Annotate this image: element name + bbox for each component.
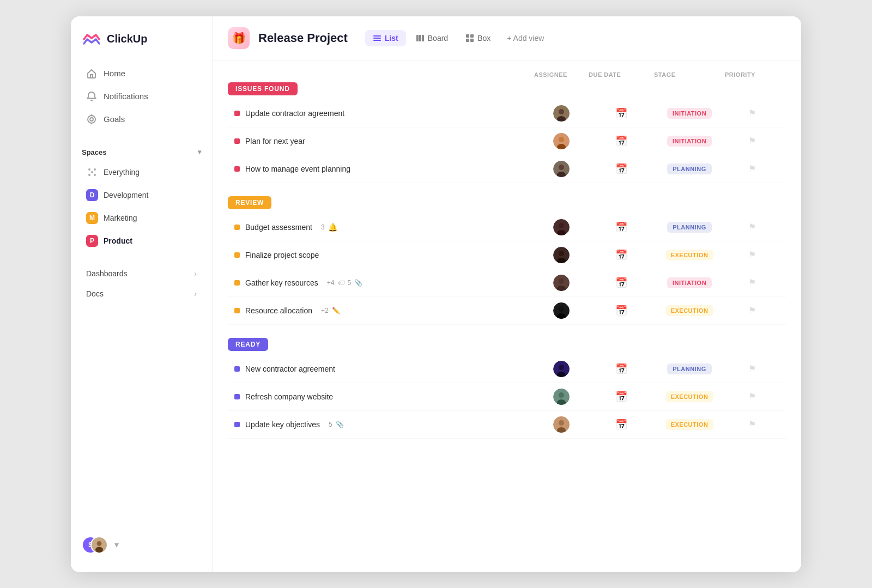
flag-icon: ⚑	[748, 391, 756, 402]
stage-cell: EXECUTION	[654, 250, 725, 260]
task-extras: 3 🔔	[321, 223, 337, 232]
task-name-cell: Budget assessment 3 🔔	[234, 223, 534, 232]
svg-point-32	[559, 223, 564, 228]
table-row[interactable]: Gather key resources +4 🏷 5 📎	[228, 269, 786, 297]
nav-goals-label: Goals	[104, 114, 125, 124]
home-icon	[86, 68, 97, 79]
group-header-review[interactable]: REVIEW	[228, 196, 271, 209]
flag-icon: ⚑	[748, 363, 756, 374]
table-row[interactable]: Finalize project scope 📅 EXECUTION	[228, 241, 786, 269]
due-date-cell[interactable]: 📅	[589, 363, 654, 375]
group-header-issues-found[interactable]: ISSUES FOUND	[228, 82, 298, 95]
due-date-cell[interactable]: 📅	[589, 163, 654, 175]
priority-cell: ⚑	[725, 222, 779, 232]
due-date-cell[interactable]: 📅	[589, 107, 654, 119]
stage-badge: PLANNING	[667, 163, 711, 174]
due-date-cell[interactable]: 📅	[589, 221, 654, 233]
task-name: How to manage event planning	[245, 165, 350, 173]
board-tab-icon	[416, 34, 425, 43]
svg-rect-12	[373, 35, 381, 37]
table-row[interactable]: Resource allocation +2 ✏️ 📅	[228, 297, 786, 325]
nav-home[interactable]: Home	[75, 63, 208, 84]
table-row[interactable]: How to manage event planning 📅 PLANNING	[228, 155, 786, 183]
due-date-cell[interactable]: 📅	[589, 305, 654, 317]
table-row[interactable]: Budget assessment 3 🔔 📅	[228, 214, 786, 241]
task-dot	[234, 138, 240, 144]
svg-point-10	[97, 541, 102, 546]
svg-point-41	[559, 306, 564, 312]
assignee-cell	[534, 247, 589, 263]
table-row[interactable]: Plan for next year 📅 INITIATION ⚑	[228, 128, 786, 155]
stage-cell: EXECUTION	[654, 305, 725, 316]
sidebar-item-marketing[interactable]: M Marketing	[75, 207, 208, 229]
svg-point-8	[91, 171, 93, 173]
development-label: Development	[104, 191, 149, 199]
stage-badge: INITIATION	[667, 136, 712, 147]
sidebar-item-development[interactable]: D Development	[75, 184, 208, 206]
stage-badge: EXECUTION	[665, 305, 714, 316]
priority-cell: ⚑	[725, 108, 779, 118]
calendar-icon: 📅	[615, 221, 627, 233]
svg-point-0	[88, 116, 95, 123]
calendar-icon: 📅	[615, 163, 627, 175]
table-row[interactable]: Update contractor agreement 📅 INITIATION	[228, 100, 786, 128]
task-name-cell: Update contractor agreement	[234, 109, 534, 118]
spaces-label: Spaces	[82, 148, 107, 156]
docs-section[interactable]: Docs ›	[75, 284, 208, 304]
everything-icon	[86, 166, 98, 178]
user-avatar-stack: S	[82, 535, 108, 555]
task-attach-count: 5	[348, 279, 352, 287]
svg-point-38	[559, 278, 564, 284]
nav-goals[interactable]: Goals	[75, 108, 208, 130]
col-name	[234, 71, 534, 78]
task-attach-count2: 5	[329, 421, 332, 428]
svg-point-29	[559, 165, 564, 170]
due-date-cell[interactable]: 📅	[589, 391, 654, 403]
marketing-label: Marketing	[104, 214, 137, 222]
due-date-cell[interactable]: 📅	[589, 419, 654, 431]
spaces-section-header[interactable]: Spaces ▾	[71, 144, 212, 161]
svg-rect-13	[373, 38, 381, 39]
assignee-cell	[534, 275, 589, 291]
group-header-ready[interactable]: READY	[228, 338, 268, 351]
chevron-down-icon: ▾	[198, 148, 201, 156]
priority-cell: ⚑	[725, 250, 779, 260]
task-count: 3	[321, 223, 325, 231]
group-label-ready: READY	[235, 341, 261, 348]
table-row[interactable]: Update key objectives 5 📎 📅	[228, 411, 786, 439]
avatar	[553, 275, 570, 291]
tab-board-label: Board	[428, 34, 448, 43]
sidebar-item-everything[interactable]: Everything	[75, 161, 208, 183]
nav-home-label: Home	[104, 69, 125, 78]
stage-badge: PLANNING	[667, 363, 711, 374]
stage-badge: PLANNING	[667, 222, 711, 233]
svg-point-44	[559, 365, 564, 370]
calendar-icon: 📅	[615, 135, 627, 147]
due-date-cell[interactable]: 📅	[589, 135, 654, 147]
due-date-cell[interactable]: 📅	[589, 249, 654, 261]
svg-rect-21	[470, 39, 474, 42]
svg-point-26	[559, 137, 564, 142]
svg-point-23	[559, 109, 564, 114]
tab-board[interactable]: Board	[408, 30, 456, 46]
user-area[interactable]: S ▾	[71, 529, 212, 561]
avatar	[553, 302, 570, 319]
table-row[interactable]: Refresh company website 📅 EXECUTION	[228, 383, 786, 411]
table-row[interactable]: New contractor agreement 📅 PLANNING	[228, 355, 786, 383]
task-dot	[234, 280, 240, 286]
priority-cell: ⚑	[725, 136, 779, 146]
due-date-cell[interactable]: 📅	[589, 277, 654, 289]
sidebar-item-product[interactable]: P Product	[75, 230, 208, 252]
calendar-icon: 📅	[615, 277, 627, 289]
add-view-label: + Add view	[507, 34, 544, 43]
header: 🎁 Release Project List	[213, 16, 801, 60]
tab-box-label: Box	[477, 34, 491, 43]
task-dot	[234, 252, 240, 258]
tab-list[interactable]: List	[365, 30, 406, 46]
tab-box[interactable]: Box	[458, 30, 498, 46]
svg-point-4	[88, 168, 90, 171]
dashboards-section[interactable]: Dashboards ›	[75, 264, 208, 283]
add-view-button[interactable]: + Add view	[500, 30, 550, 46]
priority-cell: ⚑	[725, 277, 779, 288]
nav-notifications[interactable]: Notifications	[75, 86, 208, 107]
